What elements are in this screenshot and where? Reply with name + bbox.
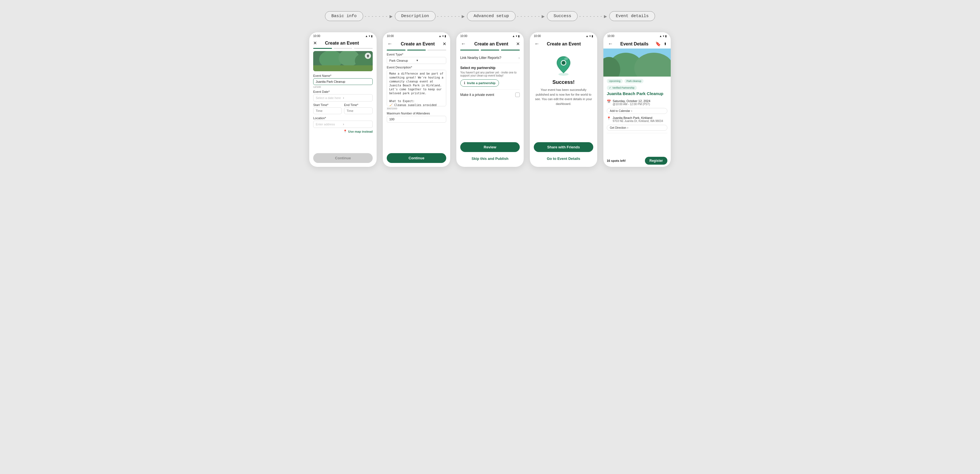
progress-indicator-3	[456, 49, 524, 53]
step-basic-info[interactable]: Basic info	[325, 11, 363, 21]
connector-1: - - - - - - - ▶	[363, 14, 395, 19]
date-info: Saturday, October 12, 2024 @10:00 AM - 1…	[612, 99, 650, 106]
close-button-3[interactable]: ✕	[516, 41, 520, 46]
add-calendar-arrow-icon: ›	[631, 109, 632, 113]
char-count-2: 300/2000	[387, 107, 446, 110]
continue-button-2[interactable]: Continue	[387, 153, 446, 163]
event-detail-image-inner	[603, 49, 671, 76]
date-arrow-icon: ›	[343, 96, 370, 100]
date-text: Saturday, October 12, 2024	[612, 99, 650, 103]
tag-cleanup: Park cleanup	[624, 79, 644, 83]
location-info: Juanita Beach Park, Kirkland 9703 NE Jua…	[612, 116, 663, 122]
review-button[interactable]: Review	[460, 142, 520, 152]
max-attendees-input[interactable]	[387, 116, 446, 122]
event-type-value: Park Cleanup	[389, 59, 417, 62]
status-icons-4: ▲ ▾ ▮	[586, 35, 593, 38]
private-event-checkbox[interactable]	[515, 92, 520, 97]
back-button-2[interactable]: ←	[387, 40, 393, 48]
close-button-1[interactable]: ✕	[313, 40, 317, 46]
partnership-title: Select my partnership	[460, 66, 520, 70]
back-button-4[interactable]: ←	[534, 40, 540, 48]
location-picker[interactable]: Enter address ›	[313, 120, 373, 128]
screen-basic-info: 10:00 ▲ ▾ ▮ ✕ Create an Event 🗑 Event Na…	[309, 32, 377, 167]
status-icons-3: ▲ ▾ ▮	[512, 35, 520, 38]
header-action-icons: 🔖 ⬆	[655, 41, 667, 46]
add-calendar-button[interactable]: Add to Calendar ›	[607, 108, 667, 114]
svg-point-0	[558, 73, 569, 76]
info-icon: ℹ	[464, 81, 465, 85]
select-arrow-icon: ▾	[417, 59, 444, 62]
step-success[interactable]: Success	[547, 11, 578, 21]
invite-partnership-button[interactable]: ℹ Invite a partnership	[460, 79, 499, 87]
go-to-details-button[interactable]: Go to Event Details	[534, 154, 593, 163]
add-calendar-label: Add to Calendar	[610, 109, 630, 113]
delete-image-icon[interactable]: 🗑	[365, 53, 371, 59]
location-icon: 📍	[607, 116, 611, 120]
directions-arrow-icon: ›	[627, 126, 628, 129]
map-link[interactable]: 📍 Use map instead	[313, 130, 373, 133]
event-date-picker[interactable]: Select a date here ›	[313, 94, 373, 101]
screens-container: 10:00 ▲ ▾ ▮ ✕ Create an Event 🗑 Event Na…	[286, 32, 694, 167]
step-advanced-setup[interactable]: Advanced setup	[467, 11, 515, 21]
event-type-select[interactable]: Park Cleanup ▾	[387, 57, 446, 64]
event-detail-photo	[603, 49, 671, 76]
screen-title-3: Create an Event	[474, 41, 508, 46]
screen-success: 10:00 ▲ ▾ ▮ ← Create an Event	[530, 32, 597, 167]
success-map-icon	[552, 54, 575, 76]
location-address: 9703 NE Juanita Dr, Kirkland, WA 98034	[612, 119, 663, 122]
start-time-input[interactable]	[313, 108, 342, 114]
event-name-input[interactable]	[313, 78, 373, 85]
link-reports-label: Link Nearby Litter Reports?	[460, 56, 501, 60]
partnership-section: Select my partnership You haven't got an…	[460, 63, 520, 90]
screen-advanced-setup: 10:00 ▲ ▾ ▮ ← Create an Event ✕ Link Nea…	[456, 32, 524, 167]
link-reports-row[interactable]: Link Nearby Litter Reports? ›	[460, 53, 520, 63]
location-row: 📍 Juanita Beach Park, Kirkland 9703 NE J…	[603, 115, 671, 124]
back-button-5[interactable]: ←	[607, 40, 614, 48]
bookmark-icon[interactable]: 🔖	[655, 41, 661, 46]
end-time-input[interactable]	[344, 108, 373, 114]
end-time-group: End Time*	[344, 103, 373, 115]
get-directions-label: Get Direction	[610, 126, 626, 129]
event-desc-textarea[interactable]: Make a difference and be part of somethi…	[387, 70, 446, 106]
verified-badge: ✓ Verified Partnership	[607, 86, 637, 90]
status-time-3: 10:00	[460, 35, 467, 38]
battery-icon-2: ▮	[444, 35, 446, 38]
connector-3: - - - - - - - ▶	[515, 14, 547, 19]
event-type-label: Event Type*	[387, 53, 446, 56]
private-event-label: Make it a private event	[460, 93, 494, 97]
progress-indicator-1	[309, 47, 377, 51]
skip-publish-button[interactable]: Skip this and Publish	[460, 154, 520, 163]
verified-text: Verified Partnership	[612, 86, 635, 89]
header-2: ← Create an Event ✕	[383, 39, 450, 49]
char-count-1: 12/100	[313, 86, 373, 88]
screen-title-2: Create an Event	[401, 41, 435, 46]
time-row: Start Time* End Time*	[313, 103, 373, 115]
screen-title-4: Create an Event	[547, 41, 581, 46]
date-row: 📅 Saturday, October 12, 2024 @10:00 AM -…	[603, 98, 671, 107]
connector-2: - - - - - - - ▶	[436, 14, 467, 19]
share-icon[interactable]: ⬆	[664, 42, 667, 46]
invite-btn-label: Invite a partnership	[467, 81, 495, 85]
continue-button-1[interactable]: Continue	[313, 153, 373, 163]
tag-upcoming: Upcoming	[607, 79, 623, 83]
link-reports-chevron-icon: ›	[519, 55, 520, 60]
status-bar-1: 10:00 ▲ ▾ ▮	[309, 32, 377, 39]
battery-icon: ▮	[371, 35, 373, 38]
step-event-details[interactable]: Event details	[609, 11, 655, 21]
step-description[interactable]: Description	[395, 11, 436, 21]
get-directions-button[interactable]: Get Direction ›	[607, 125, 667, 131]
screen-event-details: 10:00 ▲ ▾ ▮ ← Event Details 🔖 ⬆ Upcoming…	[603, 32, 671, 167]
register-button[interactable]: Register	[645, 157, 667, 165]
back-button-3[interactable]: ←	[460, 40, 466, 48]
header-5: ← Event Details 🔖 ⬆	[603, 39, 671, 49]
close-button-2[interactable]: ✕	[442, 41, 446, 46]
calendar-icon: 📅	[607, 100, 611, 103]
start-time-label: Start Time*	[313, 103, 342, 106]
progress-indicator-2	[383, 49, 450, 53]
share-friends-button[interactable]: Share with Friends	[534, 142, 593, 152]
check-icon: ✓	[609, 86, 611, 89]
time-text: @10:00 AM - 12:00 PM (PST)	[612, 103, 650, 106]
prog-seg-1-active	[313, 48, 332, 49]
signal-icon-2: ▲	[439, 35, 441, 38]
wifi-icon: ▾	[369, 35, 370, 38]
